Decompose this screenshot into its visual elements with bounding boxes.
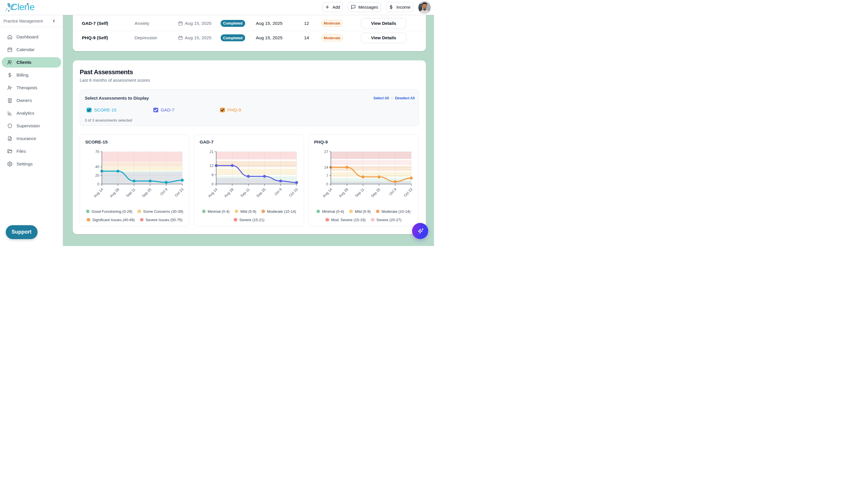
svg-text:Sep 25: Sep 25	[370, 187, 381, 198]
svg-text:0: 0	[326, 182, 328, 186]
svg-text:Aug 14: Aug 14	[207, 187, 218, 198]
svg-text:Aug 28: Aug 28	[338, 187, 349, 198]
svg-text:0: 0	[212, 182, 214, 186]
svg-text:Sep 11: Sep 11	[354, 187, 365, 198]
svg-text:Sep 25: Sep 25	[255, 187, 267, 198]
svg-text:Sep 25: Sep 25	[141, 187, 152, 198]
svg-text:75: 75	[95, 150, 99, 154]
svg-text:Oct 23: Oct 23	[403, 187, 413, 197]
svg-text:6: 6	[212, 173, 214, 177]
svg-text:Aug 28: Aug 28	[109, 187, 120, 198]
svg-text:14: 14	[324, 165, 328, 169]
svg-text:40: 40	[95, 165, 99, 169]
svg-text:7: 7	[326, 174, 328, 177]
svg-text:Oct 9: Oct 9	[274, 187, 283, 196]
svg-text:20: 20	[95, 174, 99, 177]
svg-text:Oct 23: Oct 23	[289, 187, 299, 197]
svg-text:21: 21	[209, 150, 214, 154]
svg-text:0: 0	[97, 182, 99, 186]
svg-text:Oct 9: Oct 9	[159, 187, 168, 196]
svg-text:Sep 11: Sep 11	[240, 187, 250, 198]
svg-text:27: 27	[324, 150, 328, 154]
svg-text:Aug 14: Aug 14	[93, 187, 104, 198]
svg-text:Aug 28: Aug 28	[223, 187, 234, 198]
svg-text:12: 12	[209, 164, 214, 168]
svg-text:Aug 14: Aug 14	[322, 187, 333, 198]
svg-text:Oct 9: Oct 9	[388, 187, 397, 196]
svg-text:Sep 11: Sep 11	[125, 187, 136, 198]
svg-text:Oct 23: Oct 23	[174, 187, 184, 197]
